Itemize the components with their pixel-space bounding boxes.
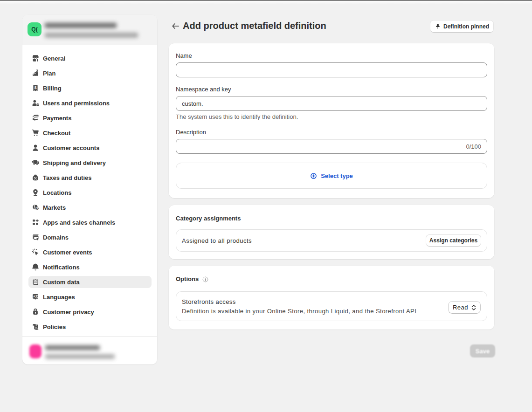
svg-text:$: $ (35, 85, 37, 90)
svg-text:A: A (33, 295, 35, 298)
